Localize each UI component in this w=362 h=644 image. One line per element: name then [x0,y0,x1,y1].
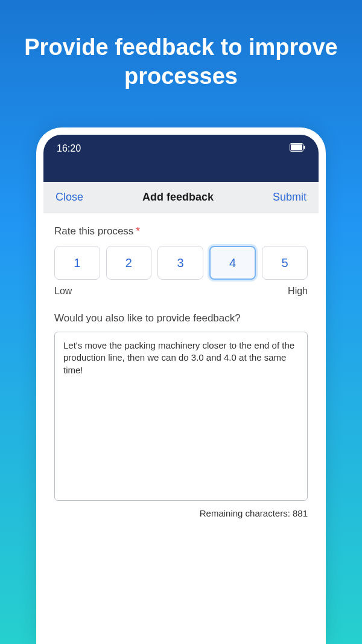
rating-option-5[interactable]: 5 [262,246,308,280]
close-button[interactable]: Close [56,191,83,204]
feedback-form: Rate this process * 1 2 3 4 5 Low High W… [43,213,319,530]
status-time: 16:20 [57,143,81,154]
rating-option-1[interactable]: 1 [54,246,100,280]
modal-header: Close Add feedback Submit [43,182,319,213]
rating-label-text: Rate this process [54,225,133,237]
remaining-characters: Remaining characters: 881 [54,508,308,518]
phone-frame: 16:20 Close Add feedback Submit Rate thi… [36,127,326,644]
feedback-prompt: Would you also like to provide feedback? [54,312,308,324]
battery-icon [290,143,305,152]
submit-button[interactable]: Submit [273,191,306,204]
rating-option-2[interactable]: 2 [106,246,152,280]
rating-label: Rate this process * [54,225,308,237]
rating-options: 1 2 3 4 5 [54,246,308,280]
rating-option-3[interactable]: 3 [157,246,203,280]
status-bar: 16:20 [43,135,319,182]
phone-screen: 16:20 Close Add feedback Submit Rate thi… [43,135,319,644]
rating-scale-labels: Low High [54,286,308,297]
feedback-textarea[interactable] [54,332,308,501]
hero-title: Provide feedback to improve processes [0,33,362,91]
rating-option-4[interactable]: 4 [209,246,256,280]
svg-rect-2 [304,146,305,149]
promo-background: Provide feedback to improve processes 16… [0,0,362,644]
scale-high-label: High [288,286,308,297]
svg-rect-1 [291,144,302,150]
required-indicator: * [136,225,140,237]
scale-low-label: Low [54,286,72,297]
modal-title: Add feedback [142,191,214,204]
